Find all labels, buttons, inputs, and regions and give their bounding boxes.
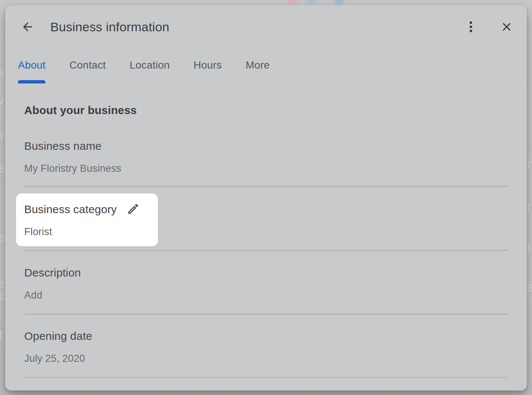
business-category-label-row: Business category	[24, 202, 150, 217]
background-text-fragment: ce	[0, 161, 5, 174]
background-text-fragment: ev	[0, 127, 5, 140]
pencil-edit-icon[interactable]	[127, 202, 140, 217]
dialog-tabs: About Contact Location Hours More	[5, 59, 527, 83]
background-text-fragment: r	[527, 200, 531, 212]
background-text-fragment: v	[0, 94, 4, 106]
business-information-dialog: Business information About Contact Locat…	[5, 5, 527, 391]
overflow-menu-button[interactable]	[464, 20, 478, 34]
business-category-label: Business category	[24, 202, 117, 217]
background-color-smudge	[288, 0, 298, 4]
arrow-left-icon	[21, 20, 34, 34]
tab-about[interactable]: About	[18, 59, 45, 83]
business-name-value[interactable]: My Floristry Business	[24, 162, 508, 175]
divider	[24, 186, 508, 187]
section-heading: About your business	[24, 103, 508, 118]
background-color-smudge	[306, 0, 317, 4]
business-name-label: Business name	[24, 139, 508, 154]
tab-label: Contact	[69, 59, 106, 72]
tab-location[interactable]: Location	[130, 59, 170, 83]
active-tab-indicator	[18, 80, 45, 83]
opening-date-value[interactable]: July 25, 2020	[24, 352, 508, 365]
about-tab-content: About your business Business name My Flo…	[5, 103, 527, 378]
background-text-fragment: e	[527, 281, 532, 293]
background-text-fragment: n	[527, 158, 532, 170]
tab-more[interactable]: More	[246, 59, 270, 83]
business-category-card[interactable]: Business category Florist	[16, 193, 158, 246]
tab-label: About	[18, 59, 45, 72]
description-value[interactable]: Add	[24, 288, 508, 302]
opening-date-label: Opening date	[24, 329, 508, 344]
background-color-smudge	[334, 0, 344, 4]
kebab-menu-icon	[464, 20, 478, 34]
close-icon	[500, 20, 513, 34]
dialog-title: Business information	[50, 19, 464, 35]
divider	[24, 250, 508, 251]
tab-contact[interactable]: Contact	[69, 59, 106, 83]
tab-hours[interactable]: Hours	[194, 59, 222, 83]
background-text-fragment: ot	[0, 328, 2, 341]
tab-label: Hours	[194, 59, 222, 72]
divider	[24, 314, 508, 315]
background-text-fragment: e	[0, 277, 5, 290]
background-text-fragment: s	[0, 66, 4, 79]
background-text-fragment: oc	[0, 289, 5, 302]
tab-label: More	[246, 59, 270, 72]
business-category-value: Florist	[24, 225, 150, 238]
background-text-fragment: l	[528, 243, 531, 255]
tab-label: Location	[130, 59, 170, 72]
background-text-fragment: ce	[0, 231, 5, 244]
close-button[interactable]	[500, 20, 513, 34]
back-button[interactable]	[21, 20, 34, 34]
description-label: Description	[24, 265, 508, 280]
dialog-header: Business information	[5, 5, 527, 35]
divider	[24, 377, 508, 378]
